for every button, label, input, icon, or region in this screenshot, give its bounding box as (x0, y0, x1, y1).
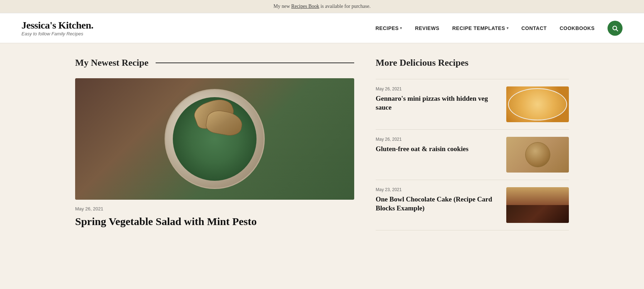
cake-image (506, 187, 569, 223)
recipe-card: May 26, 2021 Gennaro's mini pizzas with … (376, 79, 569, 130)
nav-item-contact[interactable]: CONTACT (521, 25, 547, 31)
top-banner: My new Recipes Book is available for pur… (0, 0, 644, 13)
main-nav: RECIPES ▾ REVIEWS RECIPE TEMPLATES ▾ CON… (375, 21, 623, 36)
newest-recipe-header: My Newest Recipe (75, 58, 354, 68)
recipe-card-title[interactable]: Gennaro's mini pizzas with hidden veg sa… (376, 94, 499, 112)
more-recipes-heading: More Delicious Recipes (376, 58, 569, 68)
recipe-thumbnail[interactable] (506, 187, 569, 223)
more-recipes-section: More Delicious Recipes May 26, 2021 Genn… (376, 58, 569, 230)
main-content: My Newest Recipe May 26, 2021 Spring Veg… (54, 43, 590, 245)
featured-image-placeholder (75, 78, 354, 200)
search-icon (612, 25, 618, 31)
section-header-divider (156, 63, 354, 63)
cookie-image (506, 137, 569, 173)
chevron-down-icon: ▾ (400, 26, 402, 30)
recipe-card-text: May 26, 2021 Gennaro's mini pizzas with … (376, 86, 499, 112)
newest-recipe-section: My Newest Recipe May 26, 2021 Spring Veg… (75, 58, 354, 230)
nav-item-recipes[interactable]: RECIPES ▾ (375, 25, 402, 31)
site-header: Jessica's Kitchen. Easy to follow Family… (0, 13, 644, 43)
newest-recipe-title: My Newest Recipe (75, 58, 148, 68)
pizza-image (506, 86, 569, 122)
nav-item-recipe-templates[interactable]: RECIPE TEMPLATES ▾ (452, 25, 508, 31)
recipe-card-date: May 26, 2021 (376, 137, 499, 142)
cookie-shape (525, 142, 550, 167)
chevron-down-icon: ▾ (507, 26, 509, 30)
recipe-card-date: May 23, 2021 (376, 187, 499, 192)
search-button[interactable] (608, 21, 623, 36)
recipe-card-text: May 26, 2021 Gluten-free oat & raisin co… (376, 137, 499, 154)
site-logo: Jessica's Kitchen. Easy to follow Family… (21, 20, 93, 36)
recipe-thumbnail[interactable] (506, 137, 569, 173)
recipes-book-link[interactable]: Recipes Book (291, 4, 319, 9)
recipe-card: May 26, 2021 Gluten-free oat & raisin co… (376, 130, 569, 180)
banner-text-pre: My new (273, 4, 291, 9)
featured-recipe-date: May 26, 2021 (75, 206, 354, 211)
banner-text-post: is available for purchase. (321, 4, 371, 9)
recipe-card-text: May 23, 2021 One Bowl Chocolate Cake (Re… (376, 187, 499, 213)
recipe-card: May 23, 2021 One Bowl Chocolate Cake (Re… (376, 180, 569, 230)
featured-recipe-title[interactable]: Spring Vegetable Salad with Mint Pesto (75, 215, 354, 228)
recipe-thumbnail[interactable] (506, 86, 569, 122)
salad-bowl (165, 89, 265, 189)
nav-item-cookbooks[interactable]: COOKBOOKS (560, 25, 595, 31)
recipe-card-title[interactable]: One Bowl Chocolate Cake (Recipe Card Blo… (376, 195, 499, 213)
site-tagline: Easy to follow Family Recipes (21, 31, 93, 36)
recipe-card-date: May 26, 2021 (376, 86, 499, 91)
featured-image[interactable] (75, 78, 354, 200)
nav-item-reviews[interactable]: REVIEWS (415, 25, 439, 31)
recipe-card-title[interactable]: Gluten-free oat & raisin cookies (376, 145, 499, 154)
site-name: Jessica's Kitchen. (21, 20, 93, 31)
svg-line-1 (616, 29, 618, 31)
